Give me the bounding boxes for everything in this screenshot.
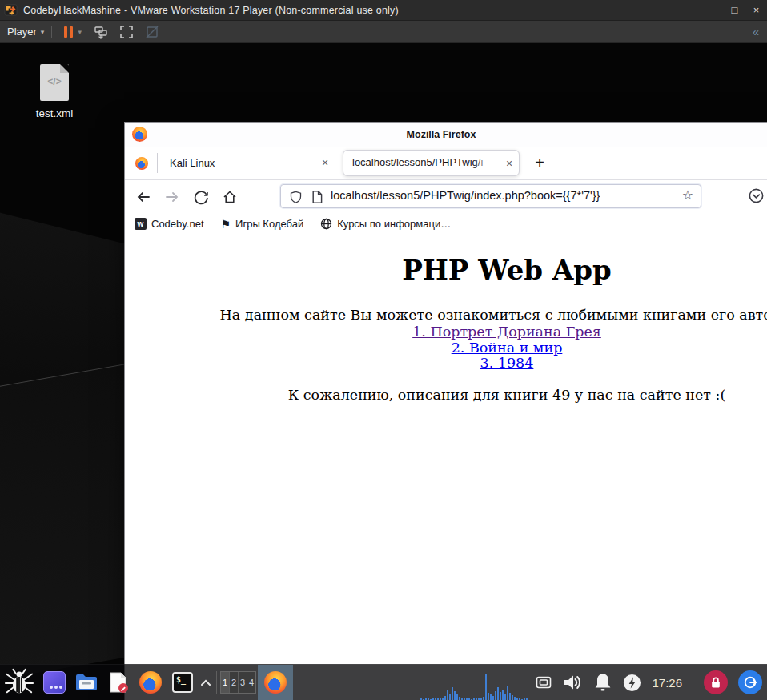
logout-arrow-icon [743, 675, 757, 690]
send-ctrl-alt-del-button[interactable] [94, 25, 108, 39]
power-manager-icon[interactable] [623, 674, 641, 692]
firefox-logo-icon [264, 671, 287, 694]
firefox-window-title: Mozilla Firefox [407, 129, 476, 140]
firefox-launcher[interactable] [135, 665, 167, 700]
tab-divider [157, 153, 158, 173]
codeby-favicon: w [135, 218, 147, 230]
workspace-2[interactable]: 2 [230, 672, 239, 693]
text-editor-launcher[interactable] [102, 665, 135, 700]
book-link-3[interactable]: 3. 1984 [125, 356, 767, 372]
panel-expand-button[interactable] [199, 665, 213, 700]
tab-close-icon[interactable]: × [319, 156, 331, 169]
maximize-button[interactable]: □ [724, 1, 745, 20]
reload-button[interactable] [192, 188, 210, 206]
kali-bug-icon [4, 667, 34, 698]
collapse-toolbar-button[interactable]: « [753, 25, 757, 38]
globe-icon [320, 218, 332, 230]
panel-divider [216, 671, 217, 694]
fullscreen-button[interactable] [119, 25, 134, 39]
firefox-logo-icon [132, 127, 147, 142]
firefox-logo-icon [139, 671, 162, 694]
chevron-up-icon [201, 679, 211, 686]
page-title: PHP Web App [125, 235, 767, 286]
flag-icon: ⚑ [221, 219, 231, 230]
player-menu-caret-icon: ▾ [41, 28, 45, 36]
workspace-3[interactable]: 3 [239, 672, 247, 693]
tab-close-icon[interactable]: × [503, 157, 516, 170]
tracking-protection-shield-icon[interactable] [289, 190, 303, 207]
bookmark-igry-kodebay[interactable]: ⚑ Игры Кодебай [221, 218, 304, 230]
player-menu-button[interactable]: Player [7, 26, 37, 38]
firefox-window: Mozilla Firefox Kali Linux × localhost/l… [124, 122, 767, 700]
vmware-player-logo-icon [4, 3, 18, 17]
tray-divider [693, 670, 693, 694]
xml-file-icon: </> [40, 64, 69, 101]
forward-button-disabled [163, 188, 181, 206]
book-link-2[interactable]: 2. Война и мир [125, 340, 767, 356]
back-button[interactable] [135, 188, 152, 206]
vmware-toolbar: Player ▾ ▾ « [0, 21, 767, 43]
xfce-panel: $_ 1 2 3 4 [0, 664, 767, 700]
page-info-icon[interactable] [311, 190, 323, 207]
bookmark-star-icon[interactable]: ☆ [682, 187, 693, 203]
folder-icon [75, 673, 98, 692]
intro-text: На данном сайте Вы можете ознакомиться с… [125, 307, 767, 323]
not-found-message: К сожалению, описания для книги 49 у нас… [125, 387, 767, 403]
home-button[interactable] [221, 188, 239, 206]
tab-kali-linux[interactable]: Kali Linux [170, 157, 215, 169]
applications-menu-button[interactable] [0, 665, 38, 700]
bookmark-codeby-net[interactable]: w Codeby.net [135, 218, 204, 230]
vmware-titlebar: CodebyHackMashine - VMware Workstation 1… [0, 0, 767, 21]
tab-favicon-firefox-icon [135, 157, 148, 170]
minimize-button[interactable]: − [702, 1, 724, 20]
workspace-1[interactable]: 1 [221, 672, 230, 693]
terminal-launcher[interactable]: $_ [167, 665, 199, 700]
navigation-toolbar: localhost/lesson5/PHPTwig/index.php?book… [125, 180, 767, 213]
vmware-window-title: CodebyHackMashine - VMware Workstation 1… [23, 5, 399, 16]
tab-localhost-active[interactable]: localhost/lesson5/PHPTwig/i × [343, 150, 520, 176]
unity-mode-button-disabled [145, 25, 159, 39]
show-desktop-button[interactable] [38, 665, 70, 700]
desktop-file-test-xml[interactable]: </> test.xml [24, 64, 85, 119]
network-tray-icon[interactable] [536, 676, 552, 689]
desktop-file-label: test.xml [24, 107, 85, 119]
url-text[interactable]: localhost/lesson5/PHPTwig/index.php?book… [331, 189, 600, 202]
lock-screen-button[interactable] [704, 670, 728, 694]
volume-tray-icon[interactable] [562, 672, 583, 693]
terminal-icon: $_ [172, 672, 193, 693]
pocket-save-icon[interactable] [748, 187, 765, 207]
file-manager-launcher[interactable] [70, 665, 102, 700]
text-editor-icon [108, 671, 129, 694]
taskbar-firefox-window-button[interactable] [258, 665, 293, 700]
bookmarks-toolbar: w Codeby.net ⚑ Игры Кодебай Курсы по инф… [125, 213, 767, 235]
close-button[interactable]: × [745, 1, 767, 20]
vm-screen: CodebyHackMashine - VMware Workstation 1… [0, 0, 767, 700]
firefox-titlebar[interactable]: Mozilla Firefox [125, 123, 767, 147]
url-bar[interactable]: localhost/lesson5/PHPTwig/index.php?book… [280, 184, 701, 208]
page-content: PHP Web App На данном сайте Вы можете оз… [125, 235, 767, 700]
suspend-vm-button[interactable] [64, 26, 73, 38]
tab-label-fade [473, 152, 500, 174]
new-tab-button[interactable]: + [529, 151, 550, 174]
bookmark-kursy[interactable]: Курсы по информаци… [320, 218, 451, 230]
cpu-graph [420, 665, 529, 700]
notifications-bell-icon[interactable] [593, 672, 612, 693]
workspace-app-icon [43, 671, 66, 694]
tab-bar: Kali Linux × localhost/lesson5/PHPTwig/i… [125, 147, 767, 180]
workspace-pager[interactable]: 1 2 3 4 [220, 671, 256, 694]
padlock-icon [709, 676, 722, 689]
workspace-4[interactable]: 4 [247, 672, 255, 693]
suspend-dropdown-caret-icon[interactable]: ▾ [78, 28, 82, 36]
book-link-1[interactable]: 1. Портрет Дориана Грея [125, 324, 767, 340]
clock[interactable]: 17:26 [652, 676, 682, 690]
book-links: 1. Портрет Дориана Грея 2. Война и мир 3… [125, 324, 767, 372]
logout-button[interactable] [738, 670, 762, 694]
toolbar-divider [51, 26, 52, 38]
